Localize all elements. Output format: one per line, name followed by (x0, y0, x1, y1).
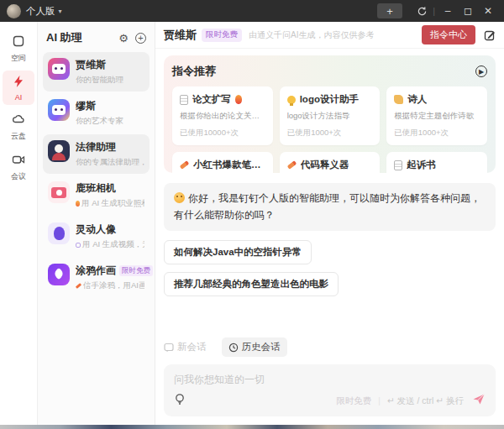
assistant-sidebar: AI 助理 ⚙ + 贾维斯 你的智能助理 缪斯 你的艺术专家 (38, 22, 155, 425)
input-placeholder: 问我你想知道的一切 (174, 373, 486, 387)
free-badge: 限时免费 (202, 29, 242, 42)
assistant-desc: 信手涂鸦，用AI画龙点睛 (76, 280, 144, 291)
session-controls: 新会话 历史会话 (164, 337, 496, 357)
gear-icon[interactable]: ⚙ (118, 33, 129, 44)
assistant-name: 涂鸦作画 (76, 264, 116, 278)
assistant-item-legal[interactable]: 法律助理 你的专属法律助理，更靠谱 (43, 134, 150, 174)
suggestion-chip[interactable]: 推荐几部经典的角色塑造出色的电影 (164, 272, 339, 296)
doodle-avatar (48, 264, 70, 285)
assistant-item-luban-camera[interactable]: 鹿班相机 用 AI 生成职业照和艺术写真 (43, 175, 150, 215)
suggestion-chip[interactable]: 如何解决Java中的空指针异常 (164, 240, 312, 264)
free-hint: 限时免费 (336, 395, 371, 407)
titlebar-divider: | (433, 6, 435, 16)
assistant-panel-title: AI 助理 (46, 30, 118, 45)
keyboard-hint: ↵ 发送 / ctrl ↵ 换行 (387, 395, 464, 407)
flame-icon (76, 201, 80, 207)
document-icon (394, 160, 402, 170)
bot-message: 你好，我是钉钉个人版的智能助理，可以随时为你解答各种问题，有什么能帮助你的吗？ (164, 183, 496, 231)
page-title: 贾维斯 (164, 28, 197, 43)
free-badge: 限时免费 (119, 265, 153, 276)
main-panel: 贾维斯 限时免费 由通义千问AI生成，内容仅供参考 指令中心 指令推荐 ▶ (155, 22, 504, 425)
nav-label: AI (15, 93, 23, 102)
command-card[interactable]: 起诉书 (386, 152, 487, 173)
muse-avatar (48, 99, 70, 121)
desktop-sliver (0, 425, 504, 429)
camera-avatar (48, 181, 70, 203)
assistant-name: 法律助理 (76, 140, 116, 154)
legal-avatar (48, 140, 70, 162)
minimize-button[interactable]: – (438, 3, 457, 18)
nav-label: 云盘 (11, 131, 26, 142)
new-tab-button[interactable]: + (377, 3, 402, 18)
assistant-name: 贾维斯 (76, 58, 106, 72)
edit-icon[interactable] (484, 29, 496, 41)
expand-arrow-icon[interactable]: ▶ (475, 65, 487, 77)
user-avatar[interactable] (7, 4, 21, 18)
add-assistant-icon[interactable]: + (135, 33, 146, 44)
command-card[interactable]: 代码释义器 (280, 152, 381, 173)
assistant-desc: 你的专属法律助理，更靠谱 (76, 157, 144, 168)
promo-title: 指令推荐 (172, 64, 475, 79)
command-card[interactable]: 小红书爆款笔记标题 (172, 152, 273, 173)
document-icon (180, 95, 188, 105)
send-icon[interactable] (472, 393, 486, 409)
left-nav-rail: 空间 AI 云盘 会议 (0, 22, 38, 425)
assistant-name: 鹿班相机 (76, 181, 116, 196)
suggestion-list: 如何解决Java中的空指针异常 推荐几部经典的角色塑造出色的电影 (164, 240, 496, 296)
nav-item-ai[interactable]: AI (3, 71, 34, 105)
smiley-emoji-icon (174, 192, 185, 203)
assistant-item-doodle[interactable]: 涂鸦作画 限时免费 信手涂鸦，用AI画龙点睛 (43, 258, 150, 297)
command-recommend-panel: 指令推荐 ▶ 论文扩写 根据你给出的论文关键信息进行... 已使用10000+次 (164, 55, 496, 173)
app-window: 个人版 ▾ + | – ◻ ✕ 空间 AI (0, 0, 504, 429)
scroll-icon (394, 95, 403, 104)
command-card[interactable]: logo设计助手 logo设计方法指导 已使用1000+次 (280, 86, 381, 145)
pencil-icon (180, 160, 190, 170)
nav-item-cloud-drive[interactable]: 云盘 (3, 108, 34, 145)
history-session-button[interactable]: 历史会话 (222, 337, 287, 357)
space-icon (12, 34, 25, 51)
pencil-icon (286, 160, 297, 170)
command-card[interactable]: 诗人 根据特定主题创作诗歌 已使用1000+次 (386, 86, 487, 145)
maximize-button[interactable]: ◻ (459, 3, 477, 18)
assistant-item-muse[interactable]: 缪斯 你的艺术专家 (43, 93, 150, 133)
ai-disclaimer: 由通义千问AI生成，内容仅供参考 (249, 29, 374, 41)
pencil-icon (76, 283, 81, 289)
bulb-icon (287, 96, 296, 104)
assistant-header: AI 助理 ⚙ + (38, 22, 155, 52)
command-card-grid: 论文扩写 根据你给出的论文关键信息进行... 已使用10000+次 logo设计… (172, 86, 487, 173)
clip-icon (76, 243, 81, 248)
chevron-down-icon[interactable]: ▾ (59, 8, 62, 15)
chat-area: 指令推荐 ▶ 论文扩写 根据你给出的论文关键信息进行... 已使用10000+次 (155, 49, 504, 425)
message-input[interactable]: 问我你想知道的一切 限时免费 | ↵ 发送 / ctrl ↵ 换行 (164, 364, 496, 416)
sync-icon[interactable] (412, 3, 431, 18)
chat-header: 贾维斯 限时免费 由通义千问AI生成，内容仅供参考 指令中心 (155, 22, 504, 49)
video-camera-icon (12, 153, 25, 170)
command-card[interactable]: 论文扩写 根据你给出的论文关键信息进行... 已使用10000+次 (172, 86, 273, 145)
assistant-name: 缪斯 (76, 99, 96, 113)
command-center-button[interactable]: 指令中心 (422, 25, 475, 44)
nav-label: 会议 (11, 171, 26, 182)
close-button[interactable]: ✕ (479, 3, 497, 18)
assistant-desc: 用 AI 生成视频，无需经验 (76, 239, 144, 250)
new-session-button[interactable]: 新会话 (164, 337, 213, 357)
hint-divider: | (378, 396, 381, 405)
nav-label: 空间 (11, 53, 26, 64)
app-title[interactable]: 个人版 (26, 5, 55, 18)
assistant-desc: 你的智能助理 (76, 75, 144, 86)
assistant-desc: 你的艺术专家 (76, 116, 144, 127)
jarvis-avatar (48, 58, 70, 80)
cloud-icon (12, 112, 25, 129)
assistant-item-jarvis[interactable]: 贾维斯 你的智能助理 (43, 52, 150, 92)
lightbulb-icon[interactable] (174, 393, 186, 409)
assistant-item-portrait[interactable]: 灵动人像 用 AI 生成视频，无需经验 (43, 217, 150, 256)
assistant-list: 贾维斯 你的智能助理 缪斯 你的艺术专家 法律助理 你的专属法律助理，更靠谱 (38, 52, 155, 297)
assistant-desc: 用 AI 生成职业照和艺术写真 (76, 198, 144, 209)
hot-flame-icon (235, 95, 242, 104)
portrait-avatar (48, 222, 70, 244)
assistant-name: 灵动人像 (76, 222, 116, 237)
nav-item-space[interactable]: 空间 (3, 30, 34, 67)
nav-item-meeting[interactable]: 会议 (3, 149, 34, 186)
title-bar: 个人版 ▾ + | – ◻ ✕ (0, 0, 504, 22)
ai-lightning-icon (12, 75, 25, 92)
